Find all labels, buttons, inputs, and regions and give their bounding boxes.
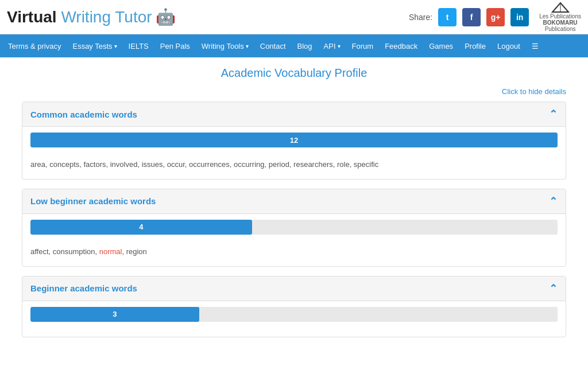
google-button[interactable]: g+: [486, 8, 505, 26]
header: Virtual Writing Tutor 🤖 Share: t f g+ in…: [0, 0, 588, 34]
beginner-progress-fill: 3: [30, 307, 199, 322]
low-beginner-title: Low beginner academic words: [30, 196, 156, 206]
low-beginner-word-list: affect, consumption, normal, region: [30, 242, 558, 258]
bokomaru-text1: Les Publications: [539, 13, 581, 20]
nav-logout[interactable]: Logout: [492, 34, 526, 57]
common-academic-header[interactable]: Common academic words ⌃: [22, 102, 566, 127]
beginner-body: 3: [22, 301, 566, 337]
nav-forum-label: Forum: [352, 42, 374, 50]
nav-writing-tools-label: Writing Tools: [202, 42, 244, 50]
bokomaru-logo: Les Publications BOKOMARU Publications: [539, 2, 581, 32]
writing-tools-chevron: ▾: [246, 43, 249, 49]
logo-bold: Virtual: [7, 8, 57, 26]
nav-essay-tests-label: Essay Tests: [72, 42, 112, 50]
header-right: Share: t f g+ in Les Publications BOKOMA…: [409, 2, 581, 32]
nav-blog[interactable]: Blog: [292, 34, 318, 57]
twitter-button[interactable]: t: [438, 8, 457, 26]
common-academic-section: Common academic words ⌃ 12 area, concept…: [22, 102, 566, 180]
facebook-button[interactable]: f: [462, 8, 481, 26]
share-label: Share:: [409, 13, 432, 22]
nav-terms-privacy[interactable]: Terms & privacy: [2, 34, 67, 57]
nav-api-label: API: [324, 42, 336, 50]
beginner-section: Beginner academic words ⌃ 3: [22, 276, 566, 337]
nav-profile[interactable]: Profile: [459, 34, 492, 57]
page-title: Academic Vocabulary Profile: [22, 67, 566, 80]
nav-profile-label: Profile: [465, 42, 486, 50]
nav-logout-label: Logout: [497, 42, 520, 50]
nav-ielts[interactable]: IELTS: [123, 34, 154, 57]
robot-icon: 🤖: [156, 7, 176, 26]
nav-ielts-label: IELTS: [129, 42, 149, 50]
low-beginner-progress-fill: 4: [30, 220, 252, 235]
beginner-header[interactable]: Beginner academic words ⌃: [22, 277, 566, 301]
beginner-chevron: ⌃: [549, 282, 558, 295]
nav-essay-tests[interactable]: Essay Tests ▾: [67, 34, 122, 57]
common-word-list: area, concepts, factors, involved, issue…: [30, 154, 558, 171]
common-academic-title: Common academic words: [30, 110, 137, 119]
beginner-progress-container: 3: [30, 307, 558, 322]
low-beginner-progress-value: 4: [139, 223, 143, 231]
logo-light: Writing Tutor: [57, 8, 152, 26]
bokomaru-text2: BOKOMARU: [543, 20, 578, 26]
nav-contact[interactable]: Contact: [254, 34, 292, 57]
nav-terms-privacy-label: Terms & privacy: [8, 42, 61, 50]
nav-blog-label: Blog: [297, 42, 312, 50]
low-beginner-chevron: ⌃: [549, 195, 558, 208]
low-beginner-progress-container: 4: [30, 220, 558, 235]
bokomaru-text3: Publications: [545, 26, 576, 32]
low-beginner-body: 4 affect, consumption, normal, region: [22, 214, 566, 266]
common-academic-chevron: ⌃: [549, 108, 558, 120]
common-progress-value: 12: [290, 136, 298, 145]
nav-feedback[interactable]: Feedback: [379, 34, 423, 57]
word-normal: normal: [99, 247, 122, 256]
linkedin-button[interactable]: in: [510, 8, 529, 26]
main-content: Academic Vocabulary Profile Click to hid…: [13, 57, 575, 356]
essay-tests-chevron: ▾: [114, 43, 117, 49]
api-chevron: ▾: [338, 43, 341, 49]
nav-writing-tools[interactable]: Writing Tools ▾: [196, 34, 254, 57]
nav-games-label: Games: [429, 42, 453, 50]
nav-menu[interactable]: ☰: [526, 34, 544, 57]
nav-games[interactable]: Games: [423, 34, 459, 57]
bokomaru-icon: [551, 2, 570, 13]
common-progress-bar-fill: 12: [30, 133, 558, 147]
common-academic-body: 12 area, concepts, factors, involved, is…: [22, 127, 566, 179]
logo-area: Virtual Writing Tutor 🤖: [7, 7, 176, 26]
word-region: , region: [122, 247, 146, 256]
nav-feedback-label: Feedback: [385, 42, 417, 50]
common-progress-bar-container: 12: [30, 133, 558, 147]
nav-pen-pals[interactable]: Pen Pals: [154, 34, 196, 57]
hamburger-icon: ☰: [532, 42, 539, 50]
word-affect-consumption: affect, consumption,: [30, 247, 99, 256]
logo-text: Virtual Writing Tutor: [7, 8, 152, 26]
low-beginner-header[interactable]: Low beginner academic words ⌃: [22, 189, 566, 214]
low-beginner-section: Low beginner academic words ⌃ 4 affect, …: [22, 189, 566, 267]
beginner-title: Beginner academic words: [30, 283, 137, 293]
hide-details-container: Click to hide details: [22, 87, 566, 96]
nav-pen-pals-label: Pen Pals: [160, 42, 190, 50]
nav-api[interactable]: API ▾: [318, 34, 346, 57]
nav-forum[interactable]: Forum: [346, 34, 380, 57]
hide-details-link[interactable]: Click to hide details: [502, 87, 566, 96]
navbar: Terms & privacy Essay Tests ▾ IELTS Pen …: [0, 34, 588, 57]
nav-contact-label: Contact: [260, 42, 286, 50]
beginner-progress-value: 3: [113, 310, 117, 318]
